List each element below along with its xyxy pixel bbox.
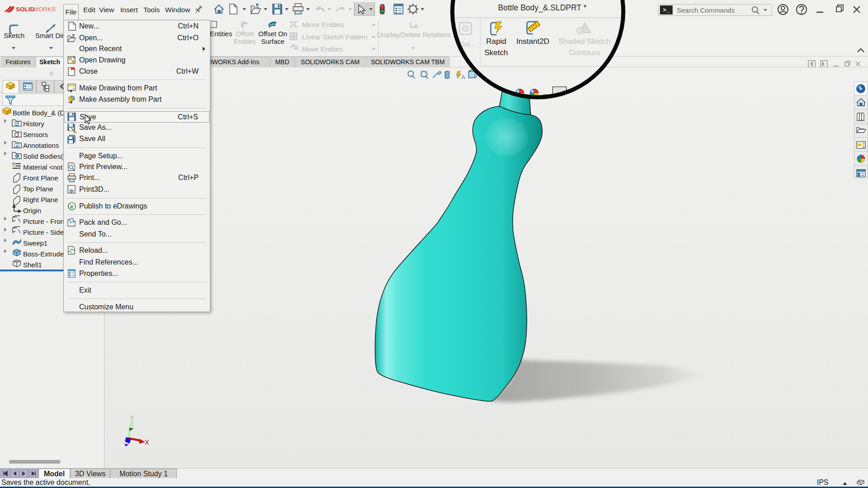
svg-text:Rapid: Rapid <box>486 37 506 46</box>
svg-text:Y: Y <box>130 414 134 422</box>
svg-text:Sketch: Sketch <box>484 48 508 57</box>
svg-text:Instant2D: Instant2D <box>517 37 550 46</box>
svg-text:Bottle Body_&.SLDPRT *: Bottle Body_&.SLDPRT * <box>498 3 587 13</box>
svg-text:WORKS: WORKS <box>33 6 56 13</box>
svg-text:X: X <box>145 439 149 446</box>
svg-text:e: e <box>70 203 73 210</box>
svg-text:Contours: Contours <box>569 48 600 57</box>
svg-text:s: s <box>448 31 451 38</box>
svg-text:Shaded Sketch: Shaded Sketch <box>558 37 610 46</box>
svg-text:SOLID: SOLID <box>16 6 35 13</box>
